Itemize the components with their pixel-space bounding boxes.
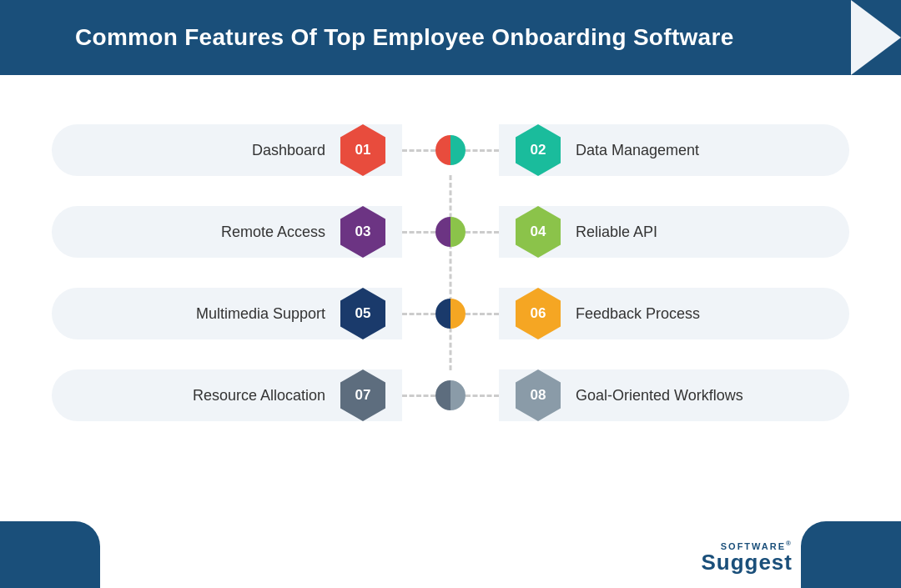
hex-inner-03: 03: [340, 206, 385, 258]
hex-inner-02: 02: [516, 124, 561, 176]
left-pill-remote-access: Remote Access 03: [52, 206, 402, 258]
left-dashed-4: [402, 395, 435, 397]
hexagon-05: 05: [340, 288, 385, 339]
left-label-dashboard: Dashboard: [252, 142, 325, 159]
hex-inner-07: 07: [340, 369, 385, 421]
right-pill-feedback-process: 06 Feedback Process: [499, 288, 849, 339]
right-pill-reliable-api: 04 Reliable API: [499, 206, 849, 258]
right-dashed-4: [466, 395, 499, 397]
hex-number-05: 05: [355, 305, 371, 322]
hexagon-03: 03: [340, 206, 385, 258]
feature-rows-container: Dashboard 01 02 Data: [50, 117, 851, 429]
logo-registered: ®: [786, 540, 793, 547]
left-dashed-1: [402, 149, 435, 152]
feature-row-2: Remote Access 03 04 R: [50, 199, 851, 265]
left-label-remote-access: Remote Access: [221, 224, 325, 241]
hex-inner-06: 06: [516, 288, 561, 339]
left-dashed-3: [402, 313, 435, 315]
hex-number-02: 02: [531, 142, 546, 158]
right-dashed-1: [466, 149, 499, 152]
right-dashed-3: [466, 313, 499, 315]
header-banner-bg: Common Features Of Top Employee Onboardi…: [0, 0, 901, 75]
hexagon-02: 02: [516, 124, 561, 176]
left-label-multimedia-support: Multimedia Support: [196, 305, 325, 323]
right-label-data-management: Data Management: [576, 142, 699, 159]
content-area: Dashboard 01 02 Data: [0, 92, 901, 454]
hex-inner-01: 01: [340, 124, 385, 176]
hex-inner-05: 05: [340, 288, 385, 339]
center-connector-3: [435, 299, 466, 329]
logo-area: Software® Suggest: [701, 540, 793, 573]
right-pill-data-management: 02 Data Management: [499, 124, 849, 176]
right-label-feedback-process: Feedback Process: [576, 305, 700, 323]
feature-row-3: Multimedia Support 05 06: [50, 280, 851, 347]
left-dashed-2: [402, 231, 435, 234]
hexagon-01: 01: [340, 124, 385, 176]
feature-row-1: Dashboard 01 02 Data: [50, 117, 851, 183]
hex-number-01: 01: [355, 142, 371, 158]
left-pill-multimedia-support: Multimedia Support 05: [52, 288, 402, 339]
corner-decoration-bottom-right: [801, 521, 901, 588]
hexagon-08: 08: [516, 369, 561, 421]
hex-number-08: 08: [531, 387, 546, 404]
header-title: Common Features Of Top Employee Onboardi…: [42, 24, 851, 51]
hex-number-04: 04: [531, 224, 546, 240]
hex-number-07: 07: [355, 387, 371, 404]
hexagon-06: 06: [516, 288, 561, 339]
feature-row-4: Resource Allocation 07 08: [50, 362, 851, 429]
hex-number-03: 03: [355, 224, 371, 240]
hexagon-07: 07: [340, 369, 385, 421]
left-label-resource-allocation: Resource Allocation: [193, 387, 325, 405]
banner-arrow-decoration: [851, 0, 901, 75]
logo-suggest-text: Suggest: [701, 551, 793, 573]
left-pill-dashboard: Dashboard 01: [52, 124, 402, 176]
hex-inner-08: 08: [516, 369, 561, 421]
right-dashed-2: [466, 231, 499, 234]
right-label-goal-workflows: Goal-Oriented Workflows: [576, 387, 743, 405]
right-label-reliable-api: Reliable API: [576, 224, 657, 241]
right-pill-goal-workflows: 08 Goal-Oriented Workflows: [499, 369, 849, 421]
center-connector-1: [435, 135, 466, 165]
header-banner-inner: Common Features Of Top Employee Onboardi…: [0, 24, 851, 51]
logo-suggest-label: Suggest: [701, 550, 793, 575]
left-pill-resource-allocation: Resource Allocation 07: [52, 369, 402, 421]
hexagon-04: 04: [516, 206, 561, 258]
main-container: Common Features Of Top Employee Onboardi…: [0, 0, 901, 588]
hex-inner-04: 04: [516, 206, 561, 258]
hex-number-06: 06: [531, 305, 546, 322]
center-connector-4: [435, 380, 466, 410]
header-banner-wrapper: Common Features Of Top Employee Onboardi…: [0, 0, 901, 75]
corner-decoration-bottom-left: [0, 521, 100, 588]
center-connector-2: [435, 217, 466, 247]
